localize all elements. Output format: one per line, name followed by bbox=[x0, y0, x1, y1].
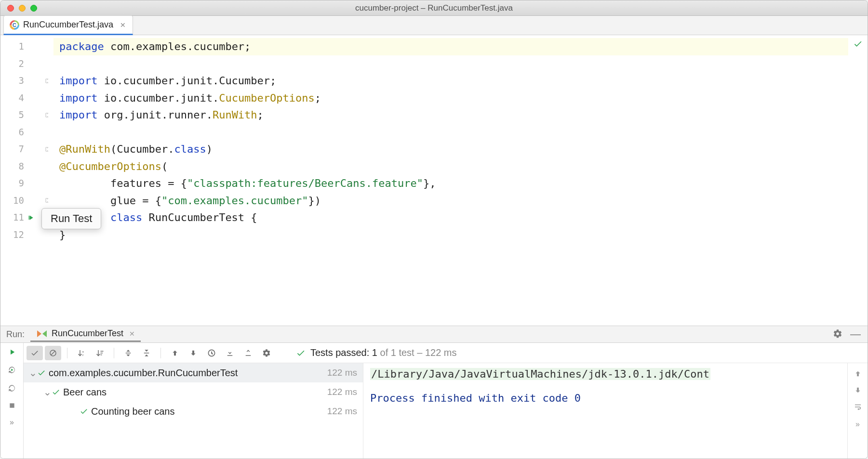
gutter-line[interactable]: 6 bbox=[0, 124, 53, 141]
run-settings-button[interactable] bbox=[258, 346, 275, 360]
close-run-tab-icon[interactable]: ✕ bbox=[129, 330, 135, 338]
gutter-line[interactable]: 1 bbox=[0, 38, 53, 55]
run-gutter-icon[interactable] bbox=[27, 214, 35, 222]
run-header-label: Run: bbox=[0, 329, 30, 340]
rerun-failed-button[interactable] bbox=[7, 383, 17, 393]
code-line[interactable]: package com.examples.cucumber; bbox=[53, 38, 848, 55]
close-tab-icon[interactable]: ✕ bbox=[120, 21, 126, 29]
code-line[interactable]: @RunWith(Cucumber.class) bbox=[53, 141, 848, 158]
rerun-auto-icon bbox=[7, 365, 17, 375]
editor-tab-label: RunCucumberTest.java bbox=[23, 20, 113, 30]
arrow-down-icon bbox=[854, 386, 862, 394]
test-tree-row[interactable]: ⌄Beer cans122 ms bbox=[24, 382, 363, 402]
import-tests-button[interactable] bbox=[222, 346, 238, 360]
soft-wrap-button[interactable] bbox=[854, 403, 862, 411]
console-line-3: Process finished with exit code 0 bbox=[370, 392, 581, 404]
svg-text:z: z bbox=[82, 354, 84, 356]
more-right-rail[interactable]: » bbox=[855, 420, 860, 429]
code-line[interactable]: @CucumberOptions( bbox=[53, 158, 848, 175]
editor[interactable]: 123456789101112 package com.examples.cuc… bbox=[0, 35, 868, 326]
run-window: » az Tests passed: 1 of 1 test – 122 ms bbox=[0, 343, 868, 459]
gutter-line[interactable]: 10 bbox=[0, 192, 53, 210]
inspection-ok-icon bbox=[853, 39, 863, 49]
more-left-rail[interactable]: » bbox=[10, 418, 14, 427]
export-icon bbox=[244, 349, 253, 357]
test-tree[interactable]: ⌄com.examples.cucumber.RunCucumberTest12… bbox=[24, 363, 363, 459]
code-line[interactable] bbox=[53, 55, 848, 73]
fold-indicator-icon[interactable] bbox=[44, 197, 50, 203]
stop-button[interactable] bbox=[8, 402, 16, 409]
clock-icon bbox=[207, 348, 216, 358]
fold-indicator-icon[interactable] bbox=[44, 78, 50, 84]
collapse-all-icon bbox=[142, 349, 151, 357]
editor-tab[interactable]: RunCucumberTest.java ✕ bbox=[3, 15, 133, 35]
soft-wrap-icon bbox=[854, 403, 862, 411]
export-tests-button[interactable] bbox=[240, 346, 256, 360]
gutter-line[interactable]: 3 bbox=[0, 72, 53, 90]
code-line[interactable]: import org.junit.runner.RunWith; bbox=[53, 106, 848, 124]
editor-tabstrip: RunCucumberTest.java ✕ bbox=[0, 16, 868, 35]
show-passed-toggle[interactable] bbox=[27, 346, 43, 360]
gear-icon bbox=[262, 349, 271, 357]
scroll-up-button[interactable] bbox=[854, 370, 862, 378]
sort-alpha-button[interactable]: az bbox=[73, 346, 90, 360]
run-config-tab[interactable]: RunCucumberTest ✕ bbox=[30, 327, 141, 342]
test-duration: 122 ms bbox=[327, 367, 357, 378]
gutter-line[interactable]: 5 bbox=[0, 106, 53, 124]
test-duration: 122 ms bbox=[327, 406, 357, 417]
window-title: cucumber-project – RunCucumberTest.java bbox=[0, 3, 868, 13]
gutter-line[interactable]: 7 bbox=[0, 141, 53, 158]
svg-rect-6 bbox=[144, 353, 149, 354]
toggle-auto-test-button[interactable] bbox=[7, 365, 17, 375]
test-tree-row[interactable]: ⌄com.examples.cucumber.RunCucumberTest12… bbox=[24, 363, 363, 382]
editor-inspection-rail bbox=[848, 35, 868, 326]
test-passed-icon bbox=[80, 407, 88, 416]
run-window-header: Run: RunCucumberTest ✕ — bbox=[0, 326, 868, 343]
banned-icon bbox=[49, 349, 57, 357]
run-config-label: RunCucumberTest bbox=[52, 328, 123, 339]
show-ignored-toggle[interactable] bbox=[45, 346, 61, 360]
stop-icon bbox=[8, 402, 16, 409]
gutter-line[interactable]: 9 bbox=[0, 175, 53, 192]
gutter-line[interactable]: 2 bbox=[0, 55, 53, 73]
code-line[interactable]: } bbox=[53, 226, 848, 244]
code-line[interactable]: class RunCucumberTest { bbox=[53, 209, 848, 226]
check-icon bbox=[296, 348, 306, 358]
code-line[interactable]: features = {"classpath:features/BeerCans… bbox=[53, 175, 848, 192]
rerun-button[interactable] bbox=[8, 348, 16, 356]
test-tree-row[interactable]: Counting beer cans122 ms bbox=[24, 402, 363, 421]
sort-duration-button[interactable] bbox=[92, 346, 108, 360]
test-history-button[interactable] bbox=[203, 346, 220, 360]
collapse-all-button[interactable] bbox=[138, 346, 155, 360]
fold-indicator-icon[interactable] bbox=[44, 146, 50, 152]
settings-button[interactable] bbox=[833, 329, 842, 340]
arrow-up-icon bbox=[854, 370, 862, 378]
run-left-toolbar: » bbox=[0, 343, 24, 459]
gutter-line[interactable]: 4 bbox=[0, 90, 53, 107]
hide-run-window-button[interactable]: — bbox=[850, 329, 861, 340]
check-icon bbox=[30, 349, 39, 357]
scroll-down-button[interactable] bbox=[854, 386, 862, 394]
prev-failed-button[interactable] bbox=[167, 346, 183, 360]
test-name: com.examples.cucumber.RunCucumberTest bbox=[49, 367, 327, 379]
code-line[interactable]: glue = {"com.examples.cucumber"}) bbox=[53, 192, 848, 210]
console-output[interactable]: /Library/Java/JavaVirtualMachines/jdk-13… bbox=[363, 363, 847, 459]
svg-line-2 bbox=[51, 351, 55, 355]
code-area[interactable]: package com.examples.cucumber;import io.… bbox=[53, 35, 848, 326]
code-line[interactable]: import io.cucumber.junit.Cucumber; bbox=[53, 72, 848, 90]
code-line[interactable]: import io.cucumber.junit.CucumberOptions… bbox=[53, 90, 848, 107]
gutter[interactable]: 123456789101112 bbox=[0, 35, 53, 326]
fold-indicator-icon[interactable] bbox=[44, 112, 50, 118]
sort-duration-icon bbox=[95, 349, 104, 357]
next-failed-button[interactable] bbox=[185, 346, 201, 360]
chevron-down-icon[interactable]: ⌄ bbox=[43, 386, 52, 398]
code-line[interactable] bbox=[53, 124, 848, 141]
tests-passed-count: Tests passed: 1 bbox=[310, 347, 377, 358]
gutter-line[interactable]: 8 bbox=[0, 158, 53, 175]
expand-all-button[interactable] bbox=[120, 346, 136, 360]
expand-all-icon bbox=[124, 349, 133, 357]
cucumber-file-icon bbox=[10, 20, 19, 30]
chevron-down-icon[interactable]: ⌄ bbox=[28, 367, 37, 379]
test-name: Counting beer cans bbox=[91, 406, 327, 417]
titlebar: cucumber-project – RunCucumberTest.java bbox=[0, 0, 868, 16]
